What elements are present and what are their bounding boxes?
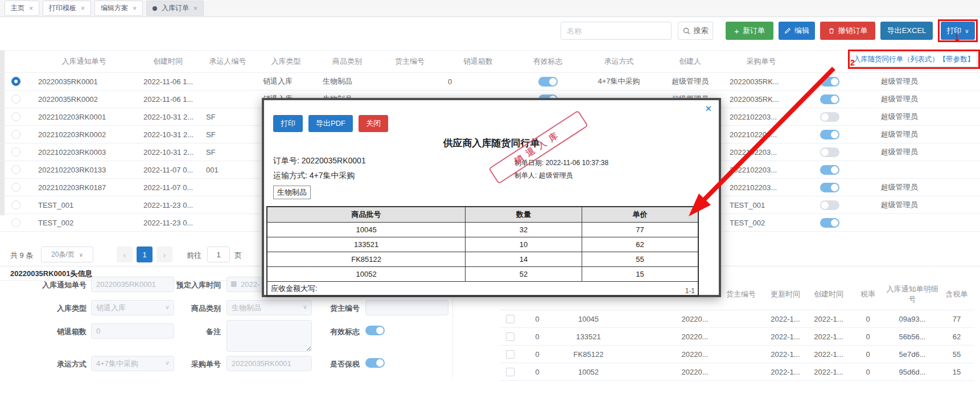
cancel-order-label: 撤销订单 — [838, 26, 868, 36]
row-radio[interactable] — [11, 77, 20, 86]
row-toggle[interactable] — [820, 77, 839, 87]
cell: 20220... — [672, 346, 718, 363]
close-icon[interactable]: ✕ — [705, 104, 712, 114]
col-header: 承运方式 — [580, 51, 657, 73]
tab-inbound-order[interactable]: 入库订单 × — [146, 1, 204, 16]
cell: 20220... — [672, 363, 718, 381]
cell: 2022-1... — [807, 346, 850, 363]
return-boxes-label: 销退箱数 — [17, 327, 87, 337]
tab-print-template[interactable]: 打印模板 × — [43, 1, 91, 16]
owner-no-field[interactable] — [365, 300, 448, 315]
cell: SF — [199, 126, 256, 143]
tab-close-icon[interactable]: × — [81, 5, 85, 13]
tab-label: 打印模板 — [49, 3, 76, 13]
bonded-toggle[interactable] — [365, 358, 385, 368]
row-radio[interactable] — [11, 147, 20, 157]
row-radio[interactable] — [11, 165, 20, 174]
valid-toggle[interactable] — [538, 77, 558, 87]
tab-close-icon[interactable]: × — [193, 5, 197, 13]
row-toggle[interactable] — [820, 112, 839, 122]
row-checkbox[interactable] — [506, 350, 514, 359]
calendar-icon: ▦ — [230, 280, 237, 287]
cell: 2022-1... — [807, 328, 850, 346]
cell: 超级管理员 — [859, 73, 939, 91]
doc-category-box: 生物制品 — [273, 186, 311, 199]
remark-textarea[interactable] — [227, 320, 312, 352]
row-checkbox[interactable] — [506, 315, 514, 323]
row-toggle[interactable] — [820, 218, 839, 228]
row-radio[interactable] — [11, 94, 20, 104]
detail-row[interactable]: 0 10045 20220... 2022-1... 2022-1... 0 0… — [500, 310, 974, 328]
row-radio[interactable] — [11, 112, 20, 121]
cell: 2022-11-23 0... — [137, 214, 199, 232]
page-size-select[interactable]: 20条/页 ∨ — [41, 246, 93, 262]
cell: 2022102203RK0001 — [31, 108, 137, 126]
row-toggle[interactable] — [820, 165, 839, 175]
tab-label: 主页 — [11, 3, 24, 13]
row-toggle[interactable] — [820, 130, 839, 139]
tab-close-icon[interactable]: × — [29, 5, 33, 13]
row-radio[interactable] — [11, 200, 20, 209]
row-toggle[interactable] — [820, 200, 839, 210]
cell — [859, 161, 939, 179]
cell — [718, 346, 764, 363]
cell: 2022-1... — [764, 328, 807, 346]
row-checkbox[interactable] — [506, 368, 514, 376]
row-toggle[interactable] — [820, 94, 839, 104]
tab-bar: 主页 × 打印模板 × 编辑方案 × 入库订单 × — [0, 0, 980, 17]
cell — [199, 73, 256, 91]
prev-page-button[interactable]: ‹ — [117, 246, 133, 262]
cell: 0 — [520, 363, 554, 381]
cell: 2022-11-06 1... — [137, 91, 199, 108]
cell: 0 — [441, 73, 515, 91]
col-header: 单价 — [582, 207, 698, 223]
po-no-label: 采购单号 — [171, 359, 221, 369]
tab-edit-scheme[interactable]: 编辑方案 × — [94, 1, 143, 16]
modal-export-pdf-button[interactable]: 导出PDF — [308, 115, 353, 132]
new-order-button[interactable]: + 新订单 — [726, 22, 773, 40]
cell: 20220035RK... — [723, 73, 800, 91]
cell: 20220... — [672, 310, 718, 328]
cell: 20220... — [672, 328, 718, 346]
col-header: 承运人编号 — [199, 51, 256, 73]
modal-close-button[interactable]: 关闭 — [359, 115, 388, 132]
doc-table-row: 10052 52 15 — [267, 267, 698, 282]
row-radio[interactable] — [11, 183, 20, 192]
cell: TEST_001 — [723, 196, 800, 214]
row-checkbox[interactable] — [506, 332, 514, 341]
doc-table-footer-row: 应收金额大写: — [267, 282, 698, 297]
search-input[interactable] — [561, 22, 672, 40]
cell: 生物制品 — [316, 73, 378, 91]
cell: FK85122 — [554, 346, 623, 363]
edit-button[interactable]: 编辑 — [779, 22, 815, 40]
row-toggle[interactable] — [820, 183, 839, 192]
tab-home[interactable]: 主页 × — [5, 1, 39, 16]
search-button[interactable]: 搜索 — [678, 22, 713, 40]
row-radio[interactable] — [11, 218, 20, 227]
cell: 133521 — [554, 328, 623, 346]
cell — [199, 214, 256, 232]
detail-row[interactable]: 0 10052 20220... 2022-1... 2022-1... 0 9… — [500, 363, 974, 381]
detail-row[interactable]: 0 FK85122 20220... 2022-1... 2022-1... 0… — [500, 346, 974, 363]
table-row[interactable]: 20220035RK0001 2022-11-06 1... 销退入库 生物制品… — [0, 73, 980, 91]
valid-flag-toggle[interactable] — [365, 326, 385, 335]
goto-page-input[interactable] — [207, 246, 230, 262]
row-radio[interactable] — [11, 130, 20, 139]
export-excel-button[interactable]: 导出EXCEL — [880, 22, 933, 40]
valid-flag-label: 有效标志 — [316, 327, 360, 337]
doc-table-row: 133521 10 62 — [267, 237, 698, 252]
tab-close-icon[interactable]: × — [133, 5, 137, 13]
cell: 32 — [466, 223, 582, 237]
annotation-step-1: 1 — [955, 33, 960, 42]
modal-print-button[interactable]: 打印 — [273, 115, 303, 132]
detail-row[interactable]: 0 133521 20220... 2022-1... 2022-1... 0 … — [500, 328, 974, 346]
col-header: 创建人 — [657, 51, 723, 73]
next-page-button[interactable]: › — [157, 246, 172, 262]
page-size-value: 20条/页 — [51, 250, 75, 260]
current-page-button[interactable]: 1 — [137, 246, 153, 262]
cell: 0 — [850, 328, 886, 346]
cancel-order-button[interactable]: 撤销订单 — [820, 22, 875, 40]
cell: 超级管理员 — [859, 91, 939, 108]
cell: 2022-11-06 1... — [137, 73, 199, 91]
row-toggle[interactable] — [820, 147, 839, 157]
